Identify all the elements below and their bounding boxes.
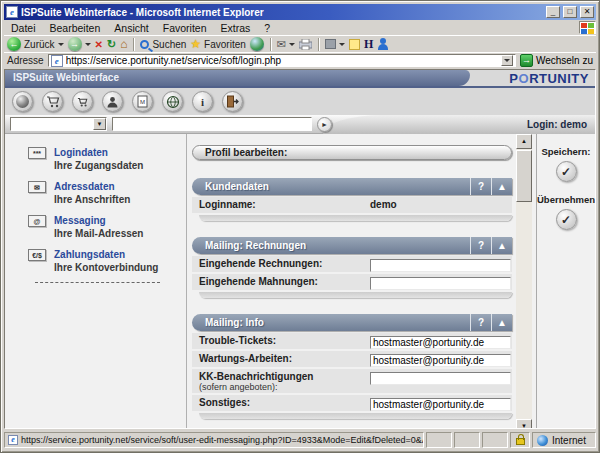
sphere-icon [16, 95, 29, 108]
content-scrollbar[interactable]: ▲ ▼ [516, 134, 532, 429]
field-label: Trouble-Tickets: [192, 333, 368, 349]
address-input[interactable] [66, 55, 498, 66]
cart-small-button[interactable] [72, 91, 93, 112]
portunity-logo: PORTUNITY [509, 71, 589, 86]
form-row: Sonstiges: [192, 395, 512, 411]
page-icon: e [8, 435, 18, 445]
windows-logo-icon [579, 21, 596, 34]
scroll-down-button[interactable]: ▼ [516, 419, 532, 429]
at-icon: @ [28, 215, 46, 227]
help-button[interactable]: ? [470, 237, 491, 254]
media-button[interactable] [250, 37, 264, 51]
refresh-button[interactable]: ↻ [107, 38, 116, 51]
address-label: Adresse [7, 55, 44, 66]
login-status: Login: demo [527, 119, 587, 130]
media-icon [250, 37, 264, 51]
field-value: demo [368, 197, 512, 213]
address-dropdown-button[interactable] [501, 55, 513, 66]
document-button[interactable]: M [132, 91, 153, 112]
nav-title: Adressdaten [54, 180, 130, 193]
app-title: ISPSuite Webinterface [13, 72, 119, 83]
discuss-button[interactable] [349, 39, 360, 50]
home-button[interactable]: ⌂ [120, 39, 127, 49]
menu-favoriten[interactable]: Favoriten [156, 22, 214, 34]
ie-logo-icon: e [6, 6, 18, 18]
section-mailing-rechnungen: Mailing: Rechnungen ? ▲ Eingehende Rechn… [192, 237, 512, 298]
favorites-label: Favoriten [204, 39, 246, 50]
sphere-button[interactable] [12, 91, 33, 112]
page-header: ISPSuite Webinterface PORTUNITY [5, 70, 595, 88]
menu-ansicht[interactable]: Ansicht [107, 22, 155, 34]
maximize-button[interactable]: □ [563, 6, 577, 18]
collapse-button[interactable]: ▲ [491, 314, 512, 331]
sonstiges-input[interactable] [370, 398, 511, 411]
field-label: KK-Benachrichtigungen (sofern angeboten)… [192, 369, 368, 393]
apply-button[interactable]: ✓ [556, 209, 577, 230]
cart-button[interactable] [42, 91, 63, 112]
password-icon: *** [28, 147, 46, 159]
menu-extras[interactable]: Extras [214, 22, 258, 34]
go-label: Wechseln zu [536, 55, 593, 66]
currency-icon: €/$ [28, 249, 46, 261]
sidebar-item-adressdaten[interactable]: ✉ Adressdaten Ihre Anschriften [28, 180, 186, 206]
menu-bearbeiten[interactable]: Bearbeiten [43, 22, 108, 34]
browser-window: e ISPSuite Webinterface - Microsoft Inte… [0, 0, 600, 453]
help-button[interactable]: ? [470, 314, 491, 331]
back-button[interactable]: ← Zurück [7, 37, 64, 51]
save-label: Speichern: [537, 146, 595, 157]
status-segment [482, 432, 508, 448]
sidebar-item-zahlungsdaten[interactable]: €/$ Zahlungsdaten Ihre Kontoverbindung [28, 248, 186, 274]
messenger-button[interactable] [377, 38, 389, 50]
sidebar-item-messaging[interactable]: @ Messaging Ihre Mail-Adressen [28, 214, 186, 240]
eingehende-rechnungen-input[interactable] [370, 259, 511, 272]
help-button[interactable]: ? [470, 178, 491, 195]
wartungs-arbeiten-input[interactable] [370, 354, 511, 367]
menu-hilfe[interactable]: ? [257, 22, 277, 34]
trouble-tickets-input[interactable] [370, 336, 511, 349]
info-button[interactable]: i [192, 91, 213, 112]
h-toolbar-button[interactable]: H [364, 37, 373, 52]
save-button[interactable]: ✓ [556, 161, 577, 182]
forward-button[interactable]: → [68, 37, 91, 51]
network-button[interactable] [162, 91, 183, 112]
chevron-down-icon: ▼ [93, 118, 106, 130]
search-button[interactable]: Suchen [140, 39, 186, 50]
apply-label: Übernehmen: [537, 194, 595, 205]
address-field: e [48, 54, 516, 67]
close-button[interactable]: ✕ [580, 6, 594, 18]
section-title: Mailing: Info [192, 314, 470, 331]
nav-title: Zahlungsdaten [54, 248, 158, 261]
logout-button[interactable] [222, 91, 243, 112]
mail-dropdown-icon [289, 43, 295, 46]
collapse-button[interactable]: ▲ [491, 237, 512, 254]
sidebar-nav: *** Logindaten Ihre Zugangsdaten ✉ Adres… [5, 134, 187, 429]
refresh-icon: ↻ [107, 38, 116, 51]
field-label: Eingehende Rechnungen: [192, 256, 368, 272]
kk-benachrichtigungen-input[interactable] [370, 372, 511, 385]
edit-button[interactable] [325, 39, 345, 49]
quick-search-input[interactable] [112, 117, 312, 131]
eingehende-mahnungen-input[interactable] [370, 277, 511, 290]
user-button[interactable] [102, 91, 123, 112]
section-footer [199, 215, 512, 221]
print-button[interactable] [299, 39, 312, 50]
chevron-down-icon [504, 59, 510, 62]
scroll-up-button[interactable]: ▲ [516, 134, 532, 149]
sidebar-item-logindaten[interactable]: *** Logindaten Ihre Zugangsdaten [28, 146, 186, 172]
search-icon [140, 40, 149, 49]
search-category-select[interactable]: ▼ [10, 117, 107, 131]
stop-button[interactable]: ✕ [95, 39, 103, 50]
menu-datei[interactable]: Datei [4, 22, 43, 34]
section-header: Kundendaten ? ▲ [192, 178, 512, 195]
go-button[interactable]: → Wechseln zu [520, 54, 593, 67]
search-go-button[interactable]: ► [317, 117, 332, 132]
favorites-button[interactable]: ★ Favoriten [190, 37, 245, 51]
minimize-button[interactable]: _ [546, 6, 560, 18]
collapse-button[interactable]: ▲ [491, 178, 512, 195]
sidebar-divider [35, 282, 160, 283]
form-row: Trouble-Tickets: [192, 333, 512, 349]
edit-icon [325, 39, 336, 49]
mail-button[interactable]: ✉ [277, 38, 295, 51]
scrollbar-thumb[interactable] [516, 150, 532, 202]
note-icon [349, 39, 360, 50]
